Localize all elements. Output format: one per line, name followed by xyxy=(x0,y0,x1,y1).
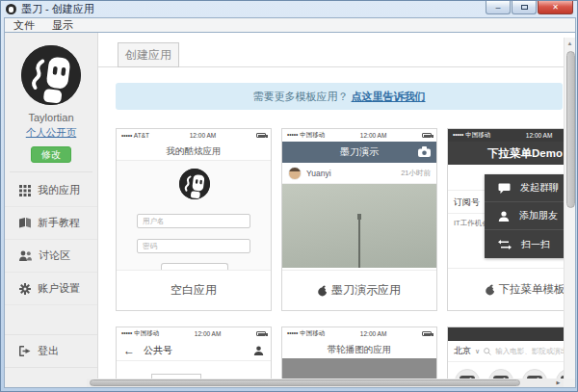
movie-search-bar: 北京 ∨ 输入电影、影院或演出 xyxy=(448,341,565,362)
dropdown-item-group-chat: 发起群聊 xyxy=(485,174,565,202)
maximize-icon xyxy=(521,5,528,10)
template-card-carousel-app[interactable]: ••••• 中国移动 12:00 AM 带轮播图的应用 xyxy=(281,327,437,380)
sidebar-item-forum[interactable]: 讨论区 xyxy=(5,240,97,273)
banner-link[interactable]: 点这里告诉我们 xyxy=(352,91,426,102)
chevron-down-icon: ∨ xyxy=(475,348,480,355)
logout-icon xyxy=(19,346,31,356)
banner-text: 需要更多模板应用？ xyxy=(252,91,348,102)
dropdown-menu: 发起群聊 添加朋友 扫一扫 xyxy=(485,174,565,258)
robot-logo-icon xyxy=(179,169,210,199)
scroll-up-arrow[interactable]: ▲ xyxy=(565,38,575,50)
divider xyxy=(10,171,92,172)
search-placeholder: 输入电影、影院或演出 xyxy=(495,347,565,356)
feed-row: Yuanyi 21小时前 xyxy=(282,163,436,184)
sidebar-item-my-apps[interactable]: 我的应用 xyxy=(5,174,97,207)
menu-view[interactable]: 显示 xyxy=(43,18,82,33)
user-avatar[interactable] xyxy=(21,45,81,105)
phone-nav-bar: 墨刀演示 xyxy=(282,142,436,163)
users-icon xyxy=(19,250,32,261)
username-field: 用户名 xyxy=(137,214,250,228)
phone-nav-bar: 下拉菜单Demo + xyxy=(448,142,565,165)
camera-icon xyxy=(418,146,431,157)
template-card-movie-app[interactable]: 北京 ∨ 输入电影、影院或演出 ▾ xyxy=(447,327,565,380)
tab-create-app[interactable]: 创建应用 xyxy=(118,42,179,67)
template-card-public-account[interactable]: ••••• 中国移动 12:00 AM ← 公共号 标签4 xyxy=(116,327,272,380)
feed-user-avatar xyxy=(288,167,302,180)
title-bar[interactable]: 墨刀 - 创建应用 – ✕ xyxy=(1,1,577,17)
window-controls: – ✕ xyxy=(485,1,573,14)
menu-bar: 文件 显示 xyxy=(4,17,576,32)
phone-nav-bar: ← 公共号 xyxy=(117,340,271,361)
template-request-banner: 需要更多模板应用？ 点这里告诉我们 xyxy=(116,83,563,110)
horizontal-scrollbar[interactable]: ▶ xyxy=(87,379,564,387)
edit-profile-button[interactable]: 修改 xyxy=(31,146,71,163)
phone-nav-title: 我的酷炫应用 xyxy=(117,142,271,161)
phone-screen: 订阅号 IT工作机会: 发起群聊 添加朋友 xyxy=(448,165,565,268)
scroll-right-arrow[interactable]: ▶ xyxy=(554,379,563,387)
template-card-blank-app[interactable]: ••••• AT&T 12:00 AM 我的酷炫应用 xyxy=(116,128,272,311)
apple-icon xyxy=(318,285,328,297)
contact-icon xyxy=(253,346,264,355)
sidebar: Taylortian 个人公开页 修改 我的应用 新手教程 讨论区 xyxy=(5,33,98,387)
battery-icon xyxy=(256,331,266,336)
public-profile-link[interactable]: 个人公开页 xyxy=(5,126,97,140)
tutorial-icon xyxy=(19,218,31,228)
template-card-demo-app[interactable]: ••••• 中国移动 12:00 AM 墨刀演示 Yuanyi 21小时前 xyxy=(281,128,437,311)
dropdown-item-add-friend: 添加朋友 xyxy=(485,202,565,230)
phone-nav-title: 公共号 xyxy=(144,344,172,357)
tower-silhouette xyxy=(358,218,360,268)
swap-arrows-icon xyxy=(498,240,512,249)
city-selector: 北京 xyxy=(454,345,471,357)
carrier-label: ••••• 中国移动 xyxy=(121,329,159,338)
sidebar-item-account-settings[interactable]: 账户设置 xyxy=(5,273,97,305)
page-text: 订阅号 xyxy=(454,196,480,209)
app-window: 墨刀 - 创建应用 – ✕ 文件 显示 xyxy=(0,0,578,392)
password-field: 密码 xyxy=(137,239,250,253)
scrollbar-corner xyxy=(564,379,575,387)
vertical-scrollbar[interactable]: ▲ xyxy=(564,38,575,380)
template-label: 下拉菜单模板 xyxy=(499,282,565,297)
sidebar-item-label: 我的应用 xyxy=(38,183,80,197)
sidebar-item-label: 新手教程 xyxy=(38,216,80,230)
phone-status-bar: ••••• AT&T 12:00 AM xyxy=(117,129,271,142)
person-icon xyxy=(498,211,510,222)
phone-status-bar: ••••• 中国移动 12:00 AM xyxy=(117,327,271,340)
template-label-row: 墨刀演示应用 xyxy=(282,270,436,310)
logout-button[interactable]: 登出 xyxy=(5,335,97,367)
logout-label: 登出 xyxy=(38,344,59,358)
template-grid: ••••• AT&T 12:00 AM 我的酷炫应用 xyxy=(116,128,565,380)
phone-status-bar: ••••• 中国移动 12:00 AM xyxy=(282,327,436,340)
window-title: 墨刀 - 创建应用 xyxy=(21,2,94,16)
carousel-placeholder xyxy=(282,358,436,380)
back-arrow-icon: ← xyxy=(123,344,135,357)
battery-icon xyxy=(422,331,432,336)
sidebar-menu: 我的应用 新手教程 讨论区 账户设置 xyxy=(5,174,97,305)
horizontal-scrollbar-thumb[interactable] xyxy=(90,379,520,386)
close-button[interactable]: ✕ xyxy=(538,1,573,14)
menu-file[interactable]: 文件 xyxy=(5,18,43,33)
carrier-label: ••••• AT&T xyxy=(121,132,149,139)
feed-user-name: Yuanyi xyxy=(306,169,331,178)
status-time: 12:00 AM xyxy=(490,132,565,139)
dropdown-item-label: 扫一扫 xyxy=(521,238,550,251)
feed-photo xyxy=(282,184,436,268)
vertical-scrollbar-thumb[interactable] xyxy=(566,51,575,208)
carrier-label: ••••• 中国移动 xyxy=(287,329,325,338)
minimize-button[interactable]: – xyxy=(486,1,511,14)
dropdown-item-label: 添加朋友 xyxy=(519,209,558,222)
logout-section: 登出 xyxy=(5,334,97,368)
robot-avatar-icon xyxy=(21,45,81,105)
phone-nav-title: 墨刀演示 xyxy=(340,146,379,157)
sidebar-item-tutorial[interactable]: 新手教程 xyxy=(5,207,97,240)
template-card-dropdown-menu[interactable]: ••••• 中国移动 12:00 AM 下拉菜单Demo + 订阅号 IT工作机… xyxy=(447,128,565,311)
maximize-button[interactable] xyxy=(512,1,537,14)
battery-icon xyxy=(422,133,432,138)
status-time: 12:00 AM xyxy=(149,132,256,139)
phone-nav-title: 下拉菜单Demo xyxy=(487,147,563,159)
phone-status-bar: ••••• 中国移动 12:00 AM xyxy=(448,129,565,142)
status-time: 12:00 AM xyxy=(325,132,422,139)
dropdown-item-label: 发起群聊 xyxy=(520,181,559,195)
feed-timestamp: 21小时前 xyxy=(401,169,431,178)
dropdown-item-scan: 扫一扫 xyxy=(485,230,565,258)
client-area: Taylortian 个人公开页 修改 我的应用 新手教程 讨论区 xyxy=(4,32,576,388)
